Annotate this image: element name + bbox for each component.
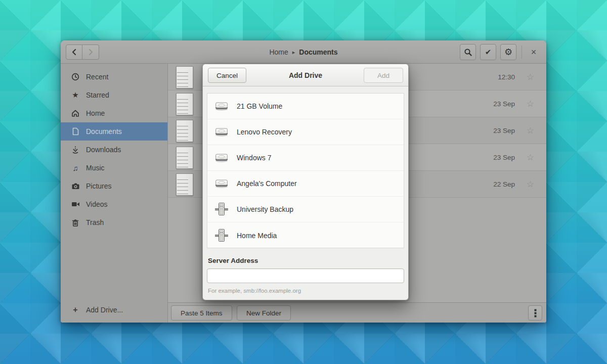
file-date: 12:30 [498,64,515,90]
drive-name: 21 GB Volume [237,102,282,110]
add-button[interactable]: Add [364,68,403,83]
sidebar-item-label: Home [86,109,105,117]
drive-row[interactable]: Angela's Computer [207,171,404,197]
file-thumbnail [176,120,193,142]
sidebar-item-starred[interactable]: ★ Starred [61,86,167,104]
sidebar-item-music[interactable]: ♫ Music [61,159,167,177]
star-toggle-icon[interactable]: ☆ [527,117,534,144]
sidebar-item-label: Videos [86,200,108,208]
trash-icon [71,218,80,227]
file-thumbnail [176,173,193,196]
paste-button-label: Paste 5 Items [181,309,223,317]
new-folder-button-label: New Folder [246,309,281,317]
close-icon: × [531,47,537,58]
sidebar-add-drive[interactable]: + Add Drive... [61,302,167,318]
drive-name: Windows 7 [237,154,271,162]
sidebar-item-label: Starred [86,91,109,99]
drive-name: Home Media [237,232,277,240]
cancel-button[interactable]: Cancel [208,68,246,83]
drive-name: University Backup [237,205,293,213]
server-address-hint: For example, smb://foo.example.org [208,288,301,294]
search-button[interactable] [460,44,476,60]
harddisk-icon [213,98,230,114]
server-address-input[interactable] [207,268,404,283]
server-address-label: Server Address [208,257,258,264]
sidebar-item-recent[interactable]: Recent [61,68,167,86]
sidebar-item-home[interactable]: Home [61,104,167,122]
sidebar-item-downloads[interactable]: Downloads [61,141,167,159]
harddisk-icon [213,175,230,192]
dialog-header: Add Drive Cancel Add [203,64,408,86]
drive-name: Angela's Computer [237,179,297,188]
new-folder-button[interactable]: New Folder [237,305,291,321]
close-window-button[interactable]: × [527,44,540,60]
drive-row[interactable]: Windows 7 [207,145,404,171]
kebab-menu-icon [534,309,537,317]
check-icon: ✔ [485,48,492,57]
sidebar-item-label: Music [86,164,105,172]
star-toggle-icon[interactable]: ☆ [527,64,534,90]
sidebar-item-label: Downloads [86,146,121,154]
sidebar-item-documents[interactable]: Documents [61,122,167,141]
add-drive-label: Add Drive... [86,306,123,314]
file-date: 23 Sep [493,117,515,144]
star-toggle-icon[interactable]: ☆ [527,90,534,117]
starred-icon: ★ [71,90,80,100]
file-thumbnail [176,66,193,88]
gear-icon: ⚙ [504,47,512,58]
network-server-icon [213,228,230,244]
drive-list: 21 GB Volume Lenovo Recovery Windows 7 A… [207,93,404,248]
camera-icon [71,182,80,190]
drive-row[interactable]: University Backup [207,197,404,222]
sidebar-item-label: Pictures [86,182,112,190]
file-thumbnail [176,147,193,169]
file-thumbnail [176,93,193,115]
add-drive-dialog: Add Drive Cancel Add 21 GB Volume Lenovo… [202,64,409,300]
recent-icon [71,73,80,81]
search-icon [464,48,472,57]
drive-name: Lenovo Recovery [237,128,292,136]
cancel-button-label: Cancel [216,72,238,79]
file-date: 23 Sep [493,144,515,171]
download-icon [71,146,80,154]
drive-row[interactable]: Home Media [207,222,404,248]
plus-icon: + [71,305,80,314]
more-options-button[interactable] [528,305,542,321]
sidebar-item-videos[interactable]: Videos [61,195,167,213]
headerbar-actions: ✔ ⚙ × [460,44,540,60]
harddisk-icon [213,124,230,140]
network-server-icon [213,201,230,217]
paste-button[interactable]: Paste 5 Items [171,305,232,321]
file-date: 22 Sep [493,171,515,198]
drive-row[interactable]: 21 GB Volume [207,94,404,119]
headerbar: Home ▸ Documents ✔ ⚙ × [61,40,546,64]
harddisk-icon [213,150,230,166]
sidebar-item-pictures[interactable]: Pictures [61,177,167,195]
music-icon: ♫ [71,164,80,172]
star-toggle-icon[interactable]: ☆ [527,144,534,171]
star-toggle-icon[interactable]: ☆ [527,171,534,198]
sidebar-item-trash[interactable]: Trash [61,213,167,232]
sidebar-item-label: Trash [86,218,104,226]
sidebar: Recent ★ Starred Home Documents Download… [61,64,168,323]
sidebar-item-label: Recent [86,73,108,81]
drive-row[interactable]: Lenovo Recovery [207,119,404,145]
home-icon [71,109,80,117]
breadcrumb-arrow-icon: ▸ [292,49,295,56]
file-date: 23 Sep [493,90,515,117]
headerbar-separator [522,46,522,59]
bottom-bar: Paste 5 Items New Folder [168,302,546,323]
sidebar-item-label: Documents [86,127,122,135]
settings-button[interactable]: ⚙ [500,44,516,60]
breadcrumb-current[interactable]: Documents [299,48,337,56]
document-icon [71,127,80,135]
add-button-label: Add [377,72,389,79]
breadcrumb-parent[interactable]: Home [269,48,288,56]
selection-mode-button[interactable]: ✔ [480,44,496,60]
video-camera-icon [71,201,80,208]
